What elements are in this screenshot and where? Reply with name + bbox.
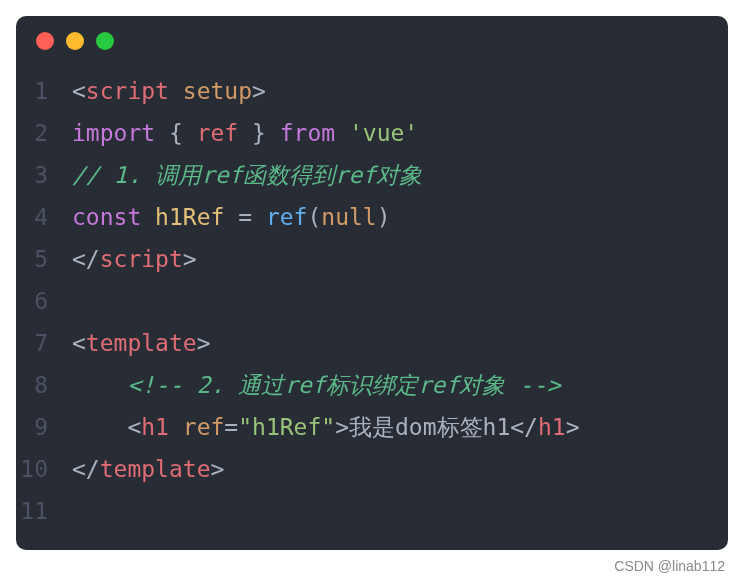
code-line: 5 </script>	[16, 238, 728, 280]
code-content: const h1Ref = ref(null)	[72, 196, 391, 238]
code-line: 7 <template>	[16, 322, 728, 364]
line-number: 8	[16, 364, 72, 406]
line-number: 4	[16, 196, 72, 238]
code-line: 4 const h1Ref = ref(null)	[16, 196, 728, 238]
line-number: 3	[16, 154, 72, 196]
code-content: <!-- 2. 通过ref标识绑定ref对象 -->	[72, 364, 561, 406]
line-number: 1	[16, 70, 72, 112]
maximize-icon[interactable]	[96, 32, 114, 50]
code-content: <h1 ref="h1Ref">我是dom标签h1</h1>	[72, 406, 580, 448]
code-content: <script setup>	[72, 70, 266, 112]
code-line: 3 // 1. 调用ref函数得到ref对象	[16, 154, 728, 196]
code-line: 11	[16, 490, 728, 532]
code-area[interactable]: 1 <script setup> 2 import { ref } from '…	[16, 62, 728, 540]
window-titlebar	[16, 16, 728, 62]
code-line: 8 <!-- 2. 通过ref标识绑定ref对象 -->	[16, 364, 728, 406]
code-line: 9 <h1 ref="h1Ref">我是dom标签h1</h1>	[16, 406, 728, 448]
line-number: 9	[16, 406, 72, 448]
close-icon[interactable]	[36, 32, 54, 50]
code-content: import { ref } from 'vue'	[72, 112, 418, 154]
code-line: 2 import { ref } from 'vue'	[16, 112, 728, 154]
minimize-icon[interactable]	[66, 32, 84, 50]
code-line: 10 </template>	[16, 448, 728, 490]
code-content: </script>	[72, 238, 197, 280]
line-number: 6	[16, 280, 72, 322]
code-comment: // 1. 调用ref函数得到ref对象	[72, 154, 422, 196]
line-number: 5	[16, 238, 72, 280]
line-number: 11	[16, 490, 72, 532]
code-comment: <!-- 2. 通过ref标识绑定ref对象 -->	[127, 372, 560, 398]
code-line: 6	[16, 280, 728, 322]
line-number: 10	[16, 448, 72, 490]
line-number: 2	[16, 112, 72, 154]
line-number: 7	[16, 322, 72, 364]
code-content: <template>	[72, 322, 211, 364]
code-editor-window: 1 <script setup> 2 import { ref } from '…	[16, 16, 728, 550]
code-content: </template>	[72, 448, 224, 490]
code-line: 1 <script setup>	[16, 70, 728, 112]
watermark-text: CSDN @linab112	[614, 558, 725, 574]
